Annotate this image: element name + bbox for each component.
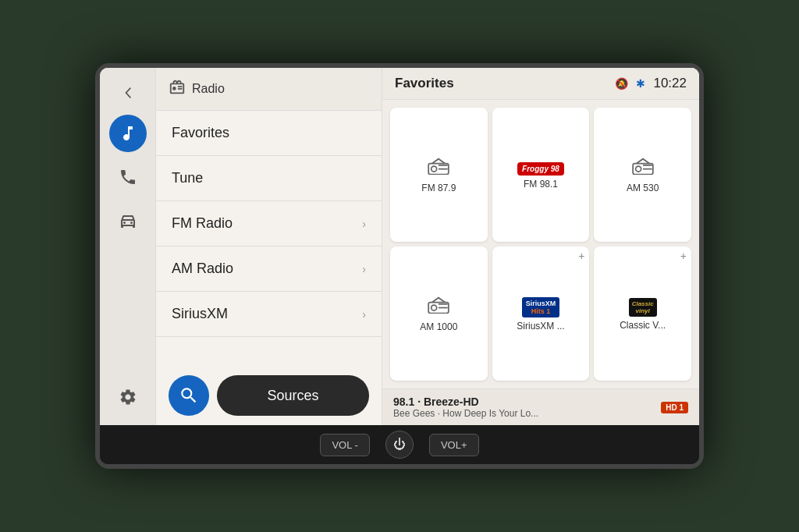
power-icon: ⏻ bbox=[393, 438, 406, 452]
fav-card-am530[interactable]: AM 530 bbox=[594, 108, 691, 242]
now-playing-station: 98.1 · Breeze-HD bbox=[393, 395, 661, 408]
menu-panel: Radio Favorites Tune FM Radio › AM Radio… bbox=[156, 68, 382, 425]
svg-point-0 bbox=[123, 222, 126, 224]
content-title: Favorites bbox=[395, 76, 454, 91]
sidebar bbox=[100, 68, 156, 425]
now-playing-song: Bee Gees · How Deep Is Your Lo... bbox=[393, 408, 661, 419]
menu-item-tune[interactable]: Tune bbox=[156, 156, 382, 201]
sidebar-music-icon[interactable] bbox=[109, 115, 147, 152]
menu-item-favorites[interactable]: Favorites bbox=[156, 111, 382, 156]
physical-controls: VOL - ⏻ VOL+ bbox=[100, 425, 699, 464]
fav-card-classicvinyl-logo: Classicvinyl bbox=[629, 298, 657, 317]
menu-header: Radio bbox=[156, 68, 382, 111]
fav-card-am1000-label: AM 1000 bbox=[420, 321, 457, 332]
fm-radio-chevron: › bbox=[362, 218, 366, 230]
svg-point-4 bbox=[431, 166, 437, 172]
menu-item-fm-radio-label: FM Radio bbox=[172, 215, 233, 232]
favorites-grid: FM 87.9 Froggy 98 FM 98.1 bbox=[382, 100, 699, 388]
bluetooth-icon: ✱ bbox=[636, 77, 645, 90]
fav-card-classicvinyl-label: Classic V... bbox=[620, 320, 666, 331]
mute-icon: 🔕 bbox=[615, 77, 628, 90]
sources-label: Sources bbox=[267, 388, 318, 404]
sources-button[interactable]: Sources bbox=[217, 375, 369, 416]
now-playing-bar[interactable]: 98.1 · Breeze-HD Bee Gees · How Deep Is … bbox=[382, 388, 699, 425]
svg-point-12 bbox=[431, 305, 437, 310]
menu-items: Favorites Tune FM Radio › AM Radio › Sir… bbox=[156, 111, 382, 366]
fav-card-siriusxm-label: SiriusXM ... bbox=[517, 321, 564, 332]
menu-item-siriusxm[interactable]: SiriusXM › bbox=[156, 292, 382, 337]
svg-point-8 bbox=[635, 166, 641, 172]
classicvinyl-add-icon: + bbox=[680, 250, 687, 262]
siriusxm-chevron: › bbox=[362, 308, 366, 321]
menu-item-tune-label: Tune bbox=[172, 170, 203, 186]
sidebar-phone-icon[interactable] bbox=[109, 158, 147, 196]
back-button[interactable] bbox=[112, 77, 144, 108]
menu-header-title: Radio bbox=[192, 82, 225, 96]
content-panel: Favorites 🔕 ✱ 10:22 bbox=[382, 68, 699, 425]
siriusxm-add-icon: + bbox=[578, 250, 584, 262]
fav-card-fm981[interactable]: Froggy 98 FM 98.1 bbox=[492, 108, 590, 242]
radio-header-icon bbox=[169, 79, 186, 99]
menu-item-fm-radio[interactable]: FM Radio › bbox=[156, 201, 382, 246]
menu-item-favorites-label: Favorites bbox=[172, 125, 229, 141]
fav-card-siriusxm-logo: SiriusXMHits 1 bbox=[522, 297, 560, 317]
menu-item-am-radio-label: AM Radio bbox=[172, 261, 233, 277]
time-display: 10:22 bbox=[653, 76, 687, 91]
svg-point-2 bbox=[172, 87, 176, 90]
fav-card-siriusxm[interactable]: + SiriusXMHits 1 SiriusXM ... bbox=[492, 246, 590, 381]
vol-plus-button[interactable]: VOL+ bbox=[429, 434, 479, 456]
fav-card-fm879[interactable]: FM 87.9 bbox=[390, 108, 488, 242]
sidebar-car-icon[interactable] bbox=[109, 202, 147, 239]
fav-card-fm981-label: FM 98.1 bbox=[524, 179, 558, 190]
header-right: 🔕 ✱ 10:22 bbox=[615, 76, 687, 91]
fav-card-am1000[interactable]: AM 1000 bbox=[390, 246, 488, 381]
menu-item-am-radio[interactable]: AM Radio › bbox=[156, 246, 382, 292]
sirius-logo-text: SiriusXMHits 1 bbox=[522, 297, 560, 317]
sidebar-settings-icon[interactable] bbox=[109, 378, 147, 416]
search-button[interactable] bbox=[169, 375, 209, 416]
fav-card-classicvinyl[interactable]: + Classicvinyl Classic V... bbox=[594, 246, 691, 381]
svg-point-1 bbox=[130, 222, 133, 224]
am-radio-chevron: › bbox=[362, 263, 366, 275]
now-playing-info: 98.1 · Breeze-HD Bee Gees · How Deep Is … bbox=[393, 395, 661, 419]
power-button[interactable]: ⏻ bbox=[385, 431, 414, 459]
fav-card-fm981-logo: Froggy 98 bbox=[517, 162, 564, 176]
content-header: Favorites 🔕 ✱ 10:22 bbox=[382, 68, 699, 100]
car-frame: Radio Favorites Tune FM Radio › AM Radio… bbox=[95, 63, 704, 469]
menu-item-siriusxm-label: SiriusXM bbox=[172, 306, 228, 322]
screen: Radio Favorites Tune FM Radio › AM Radio… bbox=[100, 68, 699, 425]
menu-bottom: Sources bbox=[156, 366, 382, 425]
radio-icon-am1000 bbox=[428, 296, 449, 318]
radio-icon-fm879 bbox=[428, 158, 449, 179]
classicvinyl-logo-text: Classicvinyl bbox=[629, 298, 657, 317]
fm981-logo-text: Froggy 98 bbox=[517, 162, 564, 176]
fav-card-am530-label: AM 530 bbox=[627, 183, 659, 193]
now-playing-badge: HD 1 bbox=[661, 402, 688, 413]
fav-card-fm879-label: FM 87.9 bbox=[421, 183, 456, 193]
radio-icon-am530 bbox=[632, 158, 654, 179]
vol-minus-button[interactable]: VOL - bbox=[320, 434, 369, 456]
